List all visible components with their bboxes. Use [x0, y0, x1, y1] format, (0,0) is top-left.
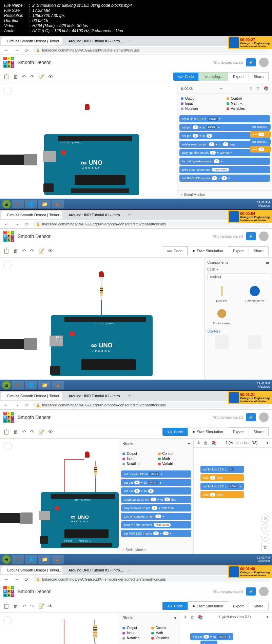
copy-button[interactable]: 📋	[3, 74, 9, 79]
block-speaker-off[interactable]: turn off speaker on pin0▾	[179, 158, 270, 165]
component-photoresistor[interactable]: Photoresistor	[207, 307, 236, 325]
redo-button[interactable]: ↷	[30, 603, 34, 609]
notes-button[interactable]: 📝	[38, 74, 44, 79]
trash-icon[interactable]: 🗑	[256, 86, 260, 91]
browser-tab-1[interactable]: Circuits Smooth Densor | Tinker...×	[1, 392, 62, 400]
block-builtin-led[interactable]: set built-in LED toHIGH▾	[121, 470, 191, 478]
task-vlc[interactable]: ▲	[52, 555, 64, 564]
circuits-icon[interactable]: ⚡	[246, 58, 256, 66]
script-workspace[interactable]: ⬇🗑📚 1 (Arduino Uno R3) ▾ set built-in LE…	[193, 439, 272, 554]
list-view-icon[interactable]: ☰	[266, 260, 269, 265]
start-button[interactable]: ⊞	[2, 381, 11, 389]
circuits-icon[interactable]: ⚡	[246, 587, 256, 596]
zoom-out[interactable]: −	[261, 534, 269, 542]
basic-dropdown[interactable]: Basic ▾	[207, 267, 269, 271]
cat-output[interactable]: Output	[122, 452, 155, 456]
task-powerpoint[interactable]: P	[12, 381, 24, 389]
tinkercad-logo[interactable]: TINKERCAD	[3, 231, 14, 242]
project-name[interactable]: Smooth Densor	[18, 60, 51, 65]
reload-button[interactable]: ⟳	[23, 221, 30, 227]
copy-button[interactable]: 📋	[3, 603, 9, 609]
download-icon[interactable]: ⬇	[249, 86, 253, 91]
view-button[interactable]: 👁	[48, 429, 53, 435]
block-builtin-led[interactable]: set built-in LED toHIGH▾	[179, 115, 270, 122]
component-search[interactable]	[207, 273, 269, 280]
user-avatar[interactable]	[259, 587, 269, 596]
share-button[interactable]: Share	[249, 246, 269, 255]
component-resistor[interactable]: Resistor	[207, 284, 236, 303]
arduino-board[interactable]: DIGITAL (PWM~) ∞UNO ARDUINO POWER ANALOG…	[41, 492, 119, 548]
circuit-canvas[interactable]: DIGITAL (PWM~) ∞UNO ARDUINO TX ▪RX ▪	[0, 258, 204, 380]
script-setpin[interactable]: set pin 0▾ to HIGH▾	[190, 633, 233, 640]
code-button[interactable]: </> Code	[173, 73, 198, 81]
forward-button[interactable]: →	[13, 577, 20, 582]
resistor-component[interactable]	[94, 466, 97, 475]
reload-button[interactable]: ⟳	[23, 577, 30, 582]
starter-2[interactable]	[240, 335, 270, 350]
wire-red-1[interactable]	[64, 459, 65, 493]
task-vlc[interactable]: ▲	[52, 381, 64, 389]
download-icon[interactable]: ⬇	[197, 441, 200, 445]
block-set-pin-2[interactable]: set pin3▾to0	[121, 487, 191, 495]
task-chrome[interactable]: 🌐	[25, 381, 37, 389]
delete-button[interactable]: 🗑	[13, 74, 18, 79]
browser-tab-2[interactable]: Arduino UNO Tutorial #1 - Intro...×	[63, 392, 124, 400]
project-name[interactable]: Smooth Densor	[18, 234, 51, 239]
code-button[interactable]: </> Code	[162, 602, 188, 610]
back-button[interactable]: ←	[3, 402, 10, 408]
reload-button[interactable]: ⟳	[23, 402, 30, 408]
back-button[interactable]: ←	[3, 47, 10, 53]
tinkercad-logo[interactable]: TINKERCAD	[3, 57, 14, 68]
wire-green[interactable]	[101, 300, 102, 316]
script-block-4[interactable]: wait 1 secs	[200, 491, 244, 498]
delete-button[interactable]: 🗑	[13, 248, 18, 254]
export-button[interactable]: Export	[228, 427, 249, 436]
task-chrome[interactable]: 🌐	[25, 555, 37, 564]
led-component[interactable]	[99, 271, 104, 277]
browser-tab-1[interactable]: Circuits Smooth Densor | Tinker...×	[1, 566, 62, 574]
serial-monitor-toggle[interactable]: ▪ Serial Monitor	[119, 546, 193, 554]
block-rgb[interactable]: set RGB LED in pins3▾3▾	[179, 175, 270, 182]
user-avatar[interactable]	[259, 412, 269, 422]
cat-control[interactable]: Control	[227, 97, 269, 100]
notes-button[interactable]: 📝	[38, 603, 44, 609]
redo-button[interactable]: ↷	[30, 74, 34, 79]
code-button[interactable]: </> Code	[162, 246, 188, 255]
led-component[interactable]	[85, 104, 90, 110]
serial-monitor-toggle[interactable]: ▪ Serial Monitor	[177, 190, 272, 199]
undo-button[interactable]: ↶	[22, 248, 26, 254]
copy-button[interactable]: 📋	[3, 429, 9, 435]
delete-button[interactable]: 🗑	[13, 429, 18, 435]
circuit-canvas[interactable]: DIGITAL (PWM~) ∞UNO ARDUINO	[0, 83, 177, 199]
new-tab-button[interactable]: +	[125, 212, 133, 218]
cat-notation[interactable]: Notation	[122, 636, 148, 640]
new-tab-button[interactable]: +	[125, 393, 133, 399]
device-selector[interactable]: ⬇🗑📚 1 (Arduino Uno R3) ▾	[180, 613, 272, 622]
trash-workspace[interactable]: 🗑	[261, 543, 269, 551]
script-block-2[interactable]: wait 1 secs	[200, 474, 244, 481]
notes-button[interactable]: 📝	[38, 248, 44, 254]
block-serial[interactable]: print to serial monitorhello world	[179, 166, 270, 173]
forward-button[interactable]: →	[13, 221, 20, 227]
rotate-handle[interactable]	[3, 442, 12, 450]
task-folder[interactable]: 📁	[38, 555, 51, 564]
zoom-fit[interactable]: ⊙	[261, 515, 269, 523]
start-button[interactable]: ⊞	[2, 200, 11, 208]
view-button[interactable]: 👁	[48, 74, 53, 79]
view-button[interactable]: 👁	[48, 603, 53, 609]
tinkercad-logo[interactable]: TINKERCAD	[3, 412, 14, 423]
block-serial[interactable]: print to serial monitorhello world	[121, 521, 191, 528]
circuit-canvas[interactable]: DIGITAL (PWM~) ∞UNO ARDUINO POWER ANALOG…	[0, 439, 119, 554]
delete-button[interactable]: 🗑	[13, 603, 18, 609]
user-avatar[interactable]	[259, 58, 269, 67]
script-block-3[interactable]: set built-in LED to LOW▾	[200, 483, 244, 490]
cat-control[interactable]: Control	[158, 452, 190, 456]
forward-button[interactable]: →	[13, 47, 20, 53]
script-workspace[interactable]: ⬇🗑📚 1 (Arduino Uno R3) ▾ set pin 0▾ to H…	[180, 613, 272, 644]
export-button[interactable]: Export	[228, 72, 249, 81]
script-block-1[interactable]: set built-in LED to H	[200, 466, 244, 473]
user-avatar[interactable]	[259, 232, 269, 241]
wire-red-2[interactable]	[64, 459, 84, 460]
resistor-component[interactable]	[100, 286, 103, 296]
arduino-board[interactable]: DIGITAL (PWM~) ∞UNO ARDUINO TX ▪RX ▪	[51, 315, 153, 376]
